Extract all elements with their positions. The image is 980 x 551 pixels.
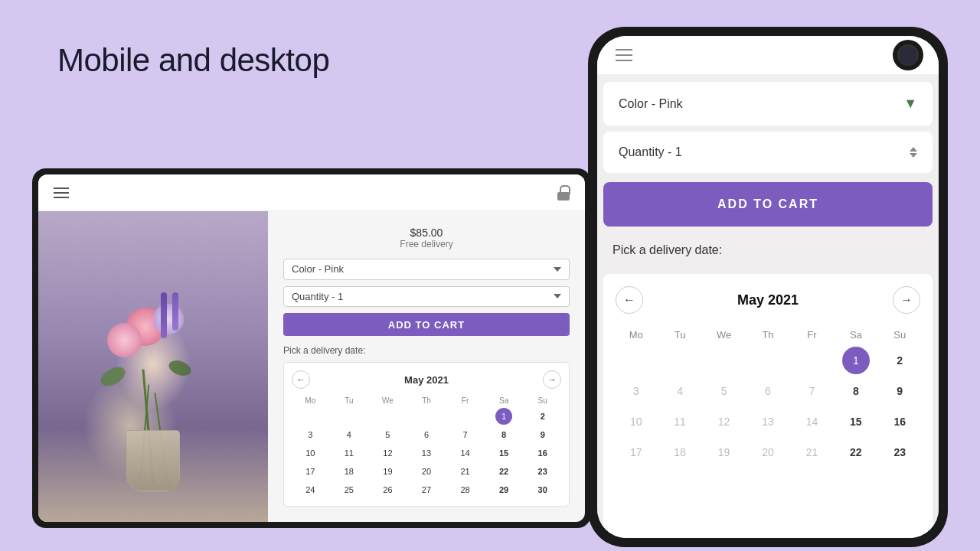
list-item[interactable]: 11 (666, 408, 694, 435)
table-row[interactable]: 9 (534, 426, 551, 443)
phone-color-label: Color - Pink (619, 97, 683, 111)
table-row[interactable] (457, 408, 474, 425)
list-item[interactable]: 20 (754, 439, 782, 466)
table-row[interactable]: 29 (495, 481, 512, 498)
table-row[interactable]: 18 (341, 463, 358, 480)
tablet-screen: $85.00 Free delivery Color - Pink Quanti… (38, 174, 585, 522)
tablet-cal-month: May 2021 (404, 374, 449, 386)
page-title: Mobile and desktop (57, 42, 329, 79)
table-row[interactable]: 23 (534, 463, 551, 480)
lock-icon (557, 185, 570, 201)
tablet-product-panel: $85.00 Free delivery Color - Pink Quanti… (268, 211, 585, 522)
list-item[interactable]: 19 (710, 439, 738, 466)
tablet-cal-prev[interactable]: ← (292, 370, 310, 389)
table-row[interactable] (379, 408, 396, 425)
phone-add-to-cart-button[interactable]: ADD TO CART (603, 182, 933, 227)
tablet-add-to-cart-button[interactable]: ADD TO CART (283, 313, 570, 336)
phone-color-section: Color - Pink ▼ (603, 82, 933, 126)
table-row[interactable]: 22 (495, 463, 512, 480)
table-row[interactable]: 15 (495, 445, 512, 461)
phone-delivery-section: Pick a delivery date: (597, 231, 939, 272)
table-row[interactable]: 13 (418, 445, 435, 461)
table-row[interactable] (302, 408, 318, 425)
list-item[interactable] (798, 347, 825, 374)
phone-cal-prev[interactable]: ← (616, 286, 643, 314)
tablet-cal-grid: Mo Tu We Th Fr Sa Su 1 2 (292, 395, 561, 498)
list-item[interactable]: 9 (886, 377, 913, 405)
list-item[interactable]: 8 (842, 377, 870, 405)
list-item[interactable]: 16 (886, 408, 913, 435)
table-row[interactable]: 7 (457, 426, 474, 443)
table-row[interactable]: 3 (302, 426, 318, 443)
phone-menu-icon[interactable] (616, 49, 632, 61)
phone-camera (893, 40, 923, 70)
table-row[interactable]: 26 (379, 481, 396, 498)
spinner-down-icon[interactable] (910, 153, 917, 158)
table-row[interactable]: 28 (457, 481, 474, 498)
phone-cal-month: May 2021 (737, 292, 799, 308)
phone-calendar: ← May 2021 → Mo Tu We Th Fr Sa Su (603, 274, 933, 538)
list-item[interactable]: 5 (710, 377, 738, 405)
list-item[interactable]: 15 (842, 408, 870, 435)
list-item[interactable]: 1 (842, 347, 870, 374)
phone-quantity-label: Quantity - 1 (619, 145, 682, 159)
list-item[interactable]: 10 (622, 408, 650, 435)
table-row[interactable]: 11 (341, 445, 358, 461)
phone-quantity-spinner[interactable] (910, 147, 917, 158)
list-item[interactable]: 22 (842, 439, 870, 466)
list-item[interactable] (622, 347, 650, 374)
list-item[interactable]: 23 (886, 439, 913, 466)
list-item[interactable]: 6 (754, 377, 782, 405)
list-item[interactable]: 14 (798, 408, 825, 435)
table-row[interactable]: 20 (418, 463, 435, 480)
table-row[interactable]: 30 (534, 481, 551, 498)
tablet-body: $85.00 Free delivery Color - Pink Quanti… (38, 211, 585, 522)
tablet-header (38, 174, 585, 211)
table-row[interactable]: 10 (302, 445, 318, 461)
tablet-price: $85.00 Free delivery (283, 227, 570, 249)
list-item[interactable]: 21 (798, 439, 825, 466)
menu-icon[interactable] (54, 187, 69, 198)
list-item[interactable]: 13 (754, 408, 782, 435)
phone-cal-grid: Mo Tu We Th Fr Sa Su 1 2 3 (616, 326, 920, 466)
list-item[interactable]: 3 (622, 377, 650, 405)
tablet-quantity-select[interactable]: Quantity - 1 (283, 286, 570, 308)
list-item[interactable]: 17 (622, 439, 650, 466)
table-row[interactable]: 1 (495, 408, 512, 425)
table-row[interactable]: 21 (457, 463, 474, 480)
list-item[interactable] (754, 347, 782, 374)
phone-quantity-section: Quantity - 1 (603, 132, 933, 173)
table-row[interactable]: 12 (379, 445, 396, 461)
list-item[interactable]: 2 (886, 347, 913, 374)
phone-content: Color - Pink ▼ Quantity - 1 ADD TO CART (597, 74, 939, 538)
phone-color-dropdown-icon[interactable]: ▼ (903, 96, 917, 112)
table-row[interactable]: 25 (341, 481, 358, 498)
phone-device: Color - Pink ▼ Quantity - 1 ADD TO CART (588, 27, 948, 547)
table-row[interactable]: 5 (379, 426, 396, 443)
spinner-up-icon[interactable] (910, 147, 917, 152)
list-item[interactable]: 12 (710, 408, 738, 435)
phone-cal-next[interactable]: → (893, 286, 920, 314)
list-item[interactable]: 4 (666, 377, 694, 405)
table-row[interactable]: 19 (379, 463, 396, 480)
table-row[interactable]: 6 (418, 426, 435, 443)
tablet-cal-next[interactable]: → (543, 370, 561, 389)
table-row[interactable]: 4 (341, 426, 358, 443)
tablet-device: $85.00 Free delivery Color - Pink Quanti… (32, 168, 591, 528)
list-item[interactable] (710, 347, 738, 374)
table-row[interactable]: 17 (302, 463, 318, 480)
list-item[interactable] (666, 347, 694, 374)
table-row[interactable]: 27 (418, 481, 435, 498)
table-row[interactable]: 16 (534, 445, 551, 461)
table-row[interactable]: 2 (534, 408, 551, 425)
table-row[interactable]: 24 (302, 481, 318, 498)
table-row[interactable] (418, 408, 435, 425)
list-item[interactable]: 18 (666, 439, 694, 466)
list-item[interactable]: 7 (798, 377, 825, 405)
phone-status-bar (597, 36, 939, 74)
table-row[interactable] (341, 408, 358, 425)
phone-delivery-label: Pick a delivery date: (612, 243, 923, 257)
tablet-color-select[interactable]: Color - Pink (283, 259, 570, 280)
table-row[interactable]: 8 (495, 426, 512, 443)
table-row[interactable]: 14 (457, 445, 474, 461)
